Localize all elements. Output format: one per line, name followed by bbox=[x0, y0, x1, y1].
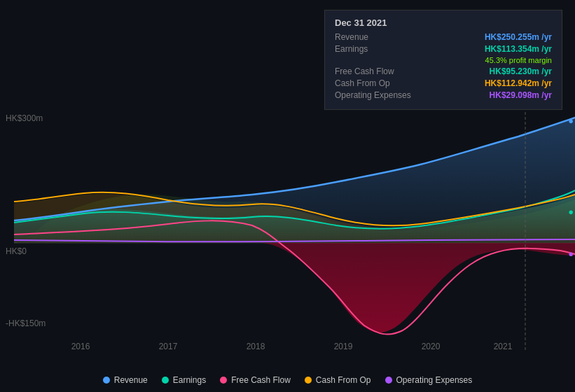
chart-svg bbox=[14, 112, 575, 350]
tooltip-label-cashfromop: Cash From Op bbox=[335, 78, 390, 88]
legend-item-revenue[interactable]: Revenue bbox=[103, 375, 148, 385]
legend-label-revenue: Revenue bbox=[114, 375, 148, 385]
right-indicator-earnings: ● bbox=[568, 206, 574, 217]
legend-label-fcf: Free Cash Flow bbox=[231, 375, 291, 385]
legend-item-cashfromop[interactable]: Cash From Op bbox=[305, 375, 371, 385]
tooltip-label-opex: Operating Expenses bbox=[335, 90, 411, 100]
legend-label-cashfromop: Cash From Op bbox=[316, 375, 371, 385]
legend-item-opex[interactable]: Operating Expenses bbox=[385, 375, 473, 385]
tooltip-label-fcf: Free Cash Flow bbox=[335, 66, 394, 76]
legend-label-opex: Operating Expenses bbox=[396, 375, 473, 385]
tooltip-value-revenue: HK$250.255m /yr bbox=[485, 32, 552, 42]
legend-dot-opex bbox=[385, 377, 392, 384]
legend-item-earnings[interactable]: Earnings bbox=[162, 375, 206, 385]
tooltip-row-revenue: Revenue HK$250.255m /yr bbox=[335, 32, 552, 42]
tooltip-value-fcf: HK$95.230m /yr bbox=[490, 66, 552, 76]
tooltip-label-revenue: Revenue bbox=[335, 32, 368, 42]
chart-container: Dec 31 2021 Revenue HK$250.255m /yr Earn… bbox=[0, 0, 575, 392]
tooltip-date: Dec 31 2021 bbox=[335, 18, 552, 28]
tooltip-row-fcf: Free Cash Flow HK$95.230m /yr bbox=[335, 66, 552, 76]
tooltip-label-earnings: Earnings bbox=[335, 44, 368, 54]
tooltip-row-opex: Operating Expenses HK$29.098m /yr bbox=[335, 90, 552, 100]
tooltip-box: Dec 31 2021 Revenue HK$250.255m /yr Earn… bbox=[324, 10, 562, 110]
legend-dot-revenue bbox=[103, 377, 110, 384]
right-indicator-revenue: ● bbox=[568, 115, 574, 126]
tooltip-value-cashfromop: HK$112.942m /yr bbox=[485, 78, 552, 88]
tooltip-row-cashfromop: Cash From Op HK$112.942m /yr bbox=[335, 78, 552, 88]
tooltip-profit-margin: 45.3% profit margin bbox=[335, 56, 552, 64]
legend-label-earnings: Earnings bbox=[173, 375, 206, 385]
legend-item-fcf[interactable]: Free Cash Flow bbox=[220, 375, 291, 385]
tooltip-value-opex: HK$29.098m /yr bbox=[490, 90, 552, 100]
tooltip-row-earnings: Earnings HK$113.354m /yr bbox=[335, 44, 552, 54]
legend-dot-fcf bbox=[220, 377, 227, 384]
chart-legend: Revenue Earnings Free Cash Flow Cash Fro… bbox=[0, 375, 575, 385]
tooltip-value-earnings: HK$113.354m /yr bbox=[485, 44, 552, 54]
right-indicator-opex: ● bbox=[568, 248, 574, 259]
legend-dot-cashfromop bbox=[305, 377, 312, 384]
legend-dot-earnings bbox=[162, 377, 169, 384]
